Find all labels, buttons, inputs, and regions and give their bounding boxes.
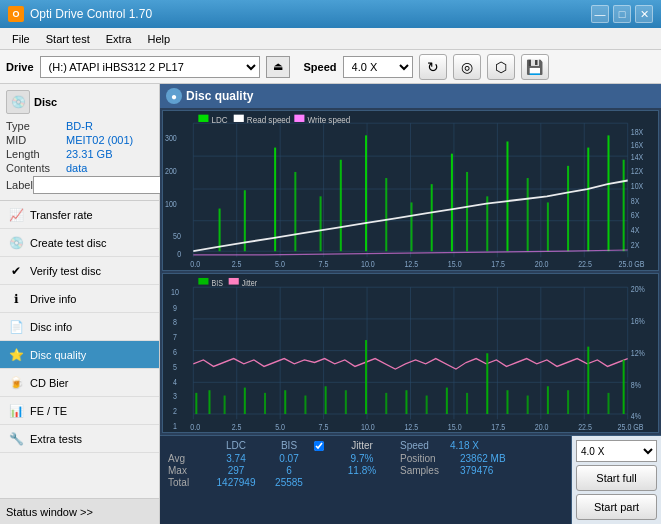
disc-mid-row: MID MEIT02 (001) bbox=[6, 134, 153, 146]
dq-title: Disc quality bbox=[186, 89, 253, 103]
svg-rect-60 bbox=[486, 196, 488, 251]
svg-text:300: 300 bbox=[165, 134, 177, 144]
stats-section: LDC BIS Jitter Speed 4.18 X Avg 3.74 0.0… bbox=[160, 435, 661, 524]
create-test-disc-label: Create test disc bbox=[30, 237, 106, 249]
close-button[interactable]: ✕ bbox=[635, 5, 653, 23]
speed-label: Speed bbox=[304, 61, 337, 73]
samples-val: 379476 bbox=[460, 465, 520, 476]
svg-text:0.0: 0.0 bbox=[190, 259, 200, 269]
svg-rect-129 bbox=[466, 392, 468, 413]
svg-rect-48 bbox=[219, 209, 221, 252]
svg-text:10.0: 10.0 bbox=[361, 259, 375, 269]
disc-section: 💿 Disc Type BD-R MID MEIT02 (001) Length… bbox=[0, 84, 159, 201]
nav-spacer bbox=[0, 453, 159, 498]
svg-text:22.5: 22.5 bbox=[578, 259, 592, 269]
verify-test-disc-label: Verify test disc bbox=[30, 265, 101, 277]
jitter-checkbox[interactable] bbox=[314, 441, 324, 451]
svg-text:7.5: 7.5 bbox=[319, 259, 329, 269]
svg-rect-123 bbox=[345, 390, 347, 414]
refresh-button[interactable]: ↻ bbox=[419, 54, 447, 80]
sidebar-item-disc-info[interactable]: 📄 Disc info bbox=[0, 313, 159, 341]
drive-select[interactable]: (H:) ATAPI iHBS312 2 PL17 bbox=[40, 56, 260, 78]
svg-rect-137 bbox=[623, 359, 625, 413]
sidebar-item-cd-bier[interactable]: 🍺 CD Bier bbox=[0, 369, 159, 397]
svg-text:0: 0 bbox=[177, 250, 182, 260]
max-jitter: 11.8% bbox=[334, 465, 390, 476]
svg-rect-57 bbox=[431, 184, 433, 251]
maximize-button[interactable]: □ bbox=[613, 5, 631, 23]
svg-rect-66 bbox=[607, 135, 609, 251]
svg-rect-136 bbox=[607, 392, 609, 413]
cd-bier-label: CD Bier bbox=[30, 377, 69, 389]
total-bis: 25585 bbox=[264, 477, 314, 488]
status-window-button[interactable]: Status window >> bbox=[0, 498, 159, 524]
menu-start-test[interactable]: Start test bbox=[38, 31, 98, 47]
svg-rect-125 bbox=[385, 392, 387, 413]
avg-row: Avg 3.74 0.07 9.7% Position 23862 MB bbox=[168, 453, 563, 464]
svg-text:0.0: 0.0 bbox=[190, 421, 200, 431]
svg-rect-53 bbox=[340, 160, 342, 251]
sidebar-item-create-test-disc[interactable]: 💿 Create test disc bbox=[0, 229, 159, 257]
start-full-button[interactable]: Start full bbox=[576, 465, 657, 491]
svg-rect-19 bbox=[234, 115, 244, 122]
svg-rect-85 bbox=[198, 277, 208, 284]
menubar: File Start test Extra Help bbox=[0, 28, 661, 50]
svg-rect-135 bbox=[587, 346, 589, 413]
svg-text:9: 9 bbox=[173, 303, 177, 313]
dq-icon: ● bbox=[166, 88, 182, 104]
svg-text:5.0: 5.0 bbox=[275, 421, 285, 431]
svg-rect-119 bbox=[264, 392, 266, 413]
sidebar-item-transfer-rate[interactable]: 📈 Transfer rate bbox=[0, 201, 159, 229]
avg-bis: 0.07 bbox=[264, 453, 314, 464]
speed-select[interactable]: 4.0 X bbox=[343, 56, 413, 78]
svg-text:7: 7 bbox=[173, 332, 177, 342]
fe-te-icon: 📊 bbox=[8, 403, 24, 419]
sidebar-item-drive-info[interactable]: ℹ Drive info bbox=[0, 285, 159, 313]
svg-rect-128 bbox=[446, 387, 448, 413]
settings-button[interactable]: ⬡ bbox=[487, 54, 515, 80]
drivebar: Drive (H:) ATAPI iHBS312 2 PL17 ⏏ Speed … bbox=[0, 50, 661, 84]
svg-text:15.0: 15.0 bbox=[448, 421, 462, 431]
svg-text:10: 10 bbox=[171, 287, 179, 297]
svg-rect-134 bbox=[567, 390, 569, 414]
svg-text:15.0: 15.0 bbox=[448, 259, 462, 269]
sidebar: 💿 Disc Type BD-R MID MEIT02 (001) Length… bbox=[0, 84, 160, 524]
verify-test-disc-icon: ✔ bbox=[8, 263, 24, 279]
max-row: Max 297 6 11.8% Samples 379476 bbox=[168, 465, 563, 476]
disc-button[interactable]: ◎ bbox=[453, 54, 481, 80]
start-part-button[interactable]: Start part bbox=[576, 494, 657, 520]
disc-info-icon: 📄 bbox=[8, 319, 24, 335]
svg-rect-64 bbox=[567, 166, 569, 251]
sidebar-item-extra-tests[interactable]: 🔧 Extra tests bbox=[0, 425, 159, 453]
disc-contents-val: data bbox=[66, 162, 153, 174]
svg-text:12.5: 12.5 bbox=[404, 259, 418, 269]
sidebar-item-fe-te[interactable]: 📊 FE / TE bbox=[0, 397, 159, 425]
menu-file[interactable]: File bbox=[4, 31, 38, 47]
svg-text:18X: 18X bbox=[631, 128, 644, 138]
extra-tests-label: Extra tests bbox=[30, 433, 82, 445]
menu-help[interactable]: Help bbox=[139, 31, 178, 47]
avg-label: Avg bbox=[168, 453, 208, 464]
app-icon: O bbox=[8, 6, 24, 22]
disc-label-input[interactable] bbox=[33, 176, 166, 194]
eject-button[interactable]: ⏏ bbox=[266, 56, 290, 78]
minimize-button[interactable]: — bbox=[591, 5, 609, 23]
svg-text:4X: 4X bbox=[631, 225, 640, 235]
svg-text:4: 4 bbox=[173, 377, 177, 387]
drive-info-label: Drive info bbox=[30, 293, 76, 305]
svg-text:BIS: BIS bbox=[211, 278, 223, 288]
speed-select-stats[interactable]: 4.0 X bbox=[576, 440, 657, 462]
sidebar-item-disc-quality[interactable]: ⭐ Disc quality bbox=[0, 341, 159, 369]
jitter-header: Jitter bbox=[334, 440, 390, 451]
svg-rect-21 bbox=[294, 115, 304, 122]
chart-ldc-svg: LDC Read speed Write speed 300 200 100 5… bbox=[163, 111, 658, 270]
sidebar-item-verify-test-disc[interactable]: ✔ Verify test disc bbox=[0, 257, 159, 285]
disc-header: 💿 Disc bbox=[6, 90, 153, 114]
svg-text:5: 5 bbox=[173, 362, 177, 372]
menu-extra[interactable]: Extra bbox=[98, 31, 140, 47]
svg-rect-118 bbox=[244, 387, 246, 413]
save-button[interactable]: 💾 bbox=[521, 54, 549, 80]
action-buttons: 4.0 X Start full Start part bbox=[571, 436, 661, 524]
svg-rect-54 bbox=[365, 135, 367, 251]
svg-rect-51 bbox=[294, 172, 296, 251]
